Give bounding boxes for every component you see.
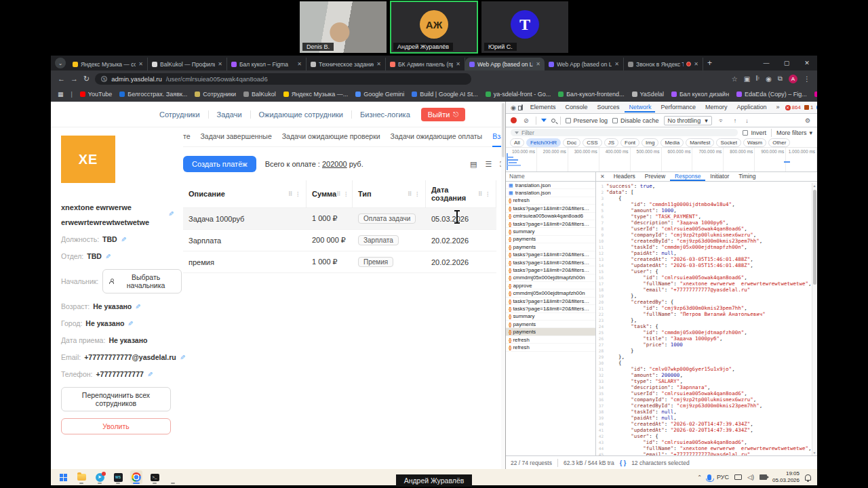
task-tab[interactable]: Задачи ожидающие проверки [282, 132, 380, 140]
extension-icon[interactable] [744, 75, 750, 83]
task-tab[interactable]: те [183, 132, 191, 140]
total-amount[interactable]: 202000 [322, 160, 347, 168]
new-tab-button[interactable]: + [707, 58, 712, 68]
participant-tile[interactable]: АЖ Андрей Журавлёв [391, 1, 477, 53]
devtools-tab[interactable]: Elements [526, 102, 560, 113]
browser-tab[interactable]: Яндекс Музыка — соби ✕ [68, 58, 148, 70]
scrollbar-thumb[interactable] [502, 103, 505, 157]
browser-tab[interactable]: Техническое задание: А ✕ [307, 58, 386, 70]
address-bar[interactable]: ⇅ admin.yasdelal.ru/user/cmlrsuiea005owa… [95, 73, 471, 85]
close-button[interactable] [797, 60, 817, 66]
admin-nav-link[interactable]: Задачи [209, 110, 251, 119]
admin-nav-link[interactable]: Ожидающие сотрудники [251, 110, 352, 119]
edit-field-icon[interactable]: ✎ [147, 371, 153, 378]
response-scrollbar[interactable]: ▲ ▼ [812, 183, 817, 455]
devtools-tab[interactable]: Sources [593, 102, 623, 113]
table-row[interactable]: Зарплата 200 000 ₽ Зарплата 20.02.2026 [183, 229, 496, 251]
bookmark-item[interactable]: Бал кукол дизайн [671, 91, 729, 98]
clock[interactable]: 19:05 05.03.2026 [772, 470, 800, 484]
request-row[interactable]: tasks?page=1&limit=20&filters%5... [506, 298, 595, 305]
column-menu-icon[interactable] [414, 191, 420, 197]
sync-status-icon[interactable]: ↻ [816, 104, 817, 111]
tab-close-icon[interactable]: ✕ [297, 61, 302, 67]
devtools-tab[interactable]: Console [561, 102, 591, 113]
minimize-button[interactable] [756, 60, 776, 66]
bookmark-item[interactable]: YaSdelal [632, 91, 664, 98]
network-settings-icon[interactable] [803, 117, 812, 124]
bookmark-item[interactable]: Бал-кукол-frontend... [558, 91, 624, 98]
request-row[interactable]: payments [506, 243, 595, 251]
site-info-icon[interactable]: ⇅ [101, 76, 107, 82]
browser-tab[interactable]: BalKukol — Профиль ✕ [148, 58, 227, 70]
bookmark-item[interactable]: Яндекс Музыка —... [283, 91, 349, 98]
tab-close-icon[interactable]: ✕ [138, 61, 143, 67]
bookmark-star-icon[interactable] [732, 75, 738, 83]
apps-grid-icon[interactable] [58, 91, 64, 98]
request-row[interactable]: cmmdmj05x000ejdtmapfzh00n [506, 289, 595, 297]
filter-chip[interactable]: JS [604, 138, 618, 147]
browser-tab[interactable]: Web App (based on LiteF ✕ [465, 58, 545, 70]
request-row[interactable]: tasks?page=1&limit=20&filters%5... [506, 259, 595, 266]
disable-cache-checkbox[interactable]: Disable cache [612, 117, 659, 124]
extensions-icon[interactable] [778, 75, 783, 83]
profile-avatar[interactable]: A [789, 75, 797, 83]
response-pane-tab[interactable]: Timing [734, 172, 760, 181]
device-toolbar-icon[interactable] [521, 104, 523, 110]
drag-handle-icon[interactable] [408, 191, 412, 197]
task-tab[interactable]: Задачи ожидающие оплаты [391, 132, 483, 140]
filter-chip[interactable]: Fetch/XHR [526, 138, 561, 147]
more-filters-button[interactable]: More filters [776, 129, 812, 136]
filter-toggle-icon[interactable] [541, 119, 547, 122]
edit-field-icon[interactable]: ✎ [127, 320, 133, 327]
request-row[interactable]: summary [506, 228, 595, 235]
clear-network-icon[interactable] [521, 117, 531, 124]
network-overview-timeline[interactable]: 100.000 ms 200.000 ms 300.000 ms 400.000… [506, 148, 817, 172]
close-pane-icon[interactable] [596, 174, 609, 180]
throttling-select[interactable]: No throttling [664, 116, 712, 125]
response-pane-tab[interactable]: Headers [609, 172, 640, 181]
participant-tile[interactable]: Denis B. [300, 1, 387, 53]
request-row[interactable]: tasks?page=1&limit=20&filters%5... [506, 220, 595, 228]
filter-chip[interactable]: Manifest [686, 138, 714, 147]
filter-chip[interactable]: Font [620, 138, 639, 147]
request-row[interactable]: tasks?page=1&limit=20&filters%5... [506, 205, 595, 212]
response-pane-tab[interactable]: Preview [640, 172, 670, 181]
devtools-tab[interactable]: Performance [656, 102, 700, 113]
browser-tab[interactable]: Web App (based on LiteF ✕ [545, 58, 624, 70]
request-row[interactable]: tasks?page=1&limit=20&filters%5... [506, 266, 595, 274]
column-menu-icon[interactable] [485, 191, 490, 197]
error-badge[interactable]: ✕864 [785, 104, 801, 110]
response-pane-tab[interactable]: Initiator [705, 172, 734, 181]
response-pane-tab[interactable]: Response [670, 172, 705, 181]
edit-field-icon[interactable]: ✎ [180, 354, 185, 361]
request-row[interactable]: refresh [506, 197, 595, 205]
tab-close-icon[interactable]: ✕ [614, 61, 619, 67]
maximize-button[interactable] [776, 60, 797, 66]
request-row[interactable]: refresh [506, 336, 595, 344]
preserve-log-checkbox[interactable]: Preserve log [566, 117, 608, 124]
select-boss-button[interactable]: Выбрать начальника [102, 269, 182, 293]
filter-chip[interactable]: Doc [563, 138, 580, 147]
tab-close-icon[interactable]: ✕ [456, 61, 460, 67]
taskbar-app-icon[interactable]: >_ [149, 470, 161, 484]
notifications-bell-icon[interactable] [805, 474, 811, 481]
taskbar-app-icon[interactable] [130, 470, 142, 484]
speaker-icon[interactable]: ◁) [747, 474, 754, 481]
bookmark-item[interactable]: Сотрудники [195, 91, 236, 98]
browser-tab[interactable]: БК Админ панель (прос ✕ [386, 58, 465, 70]
devtools-tab[interactable]: Memory [701, 102, 732, 113]
reassign-employees-button[interactable]: Переподчинить всех сотрудников [61, 387, 171, 411]
filter-chip[interactable]: Img [642, 138, 658, 147]
participant-tile[interactable]: Т Юрий С. [481, 1, 568, 53]
taskbar-app-icon[interactable] [75, 470, 87, 484]
scrollbar-thumb[interactable] [813, 190, 816, 285]
edit-field-icon[interactable]: ✎ [105, 253, 111, 260]
filter-chip[interactable]: CSS [583, 138, 601, 147]
request-row[interactable]: payments [506, 321, 595, 328]
devtools-tab[interactable]: » [772, 102, 784, 113]
filter-chip[interactable]: Media [660, 138, 684, 147]
request-row[interactable]: tasks?page=1&limit=20&filters%5... [506, 305, 595, 312]
tab-close-icon[interactable]: ✕ [536, 61, 540, 67]
edit-field-icon[interactable]: ✎ [121, 236, 126, 243]
request-row[interactable]: approve [506, 282, 595, 289]
